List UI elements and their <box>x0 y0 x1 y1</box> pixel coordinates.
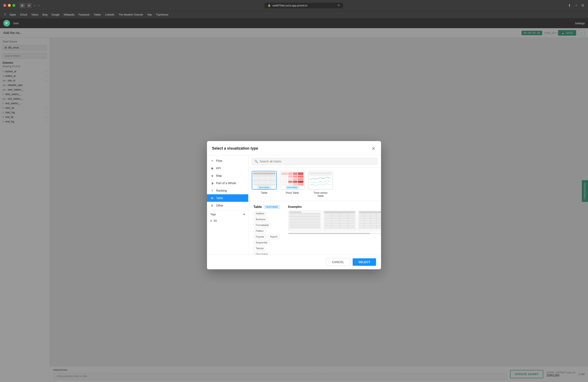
sidebar-item-map[interactable]: ◈ Map <box>207 172 248 179</box>
refresh-icon[interactable]: ↻ <box>338 4 340 7</box>
tag-pattern[interactable]: Pattern <box>253 229 266 233</box>
modal-footer: CANCEL SELECT <box>207 255 381 269</box>
bookmark-tripadvisor[interactable]: TripAdvisor <box>154 12 170 17</box>
svg-rect-24 <box>293 181 297 183</box>
svg-rect-43 <box>289 221 320 222</box>
sidebar-item-other[interactable]: ⊕ Other <box>207 202 248 209</box>
apps-grid-icon[interactable]: ⠿ <box>3 12 7 17</box>
windows-btn[interactable]: ⧉ <box>581 3 585 8</box>
tag-sequential[interactable]: Sequential <box>253 240 270 245</box>
tag-report[interactable]: Report <box>268 234 280 239</box>
details-right: Examples <box>288 205 381 255</box>
pivot-featured-badge: FEATURED <box>286 186 299 189</box>
modal-close-button[interactable]: ✕ <box>371 145 376 152</box>
example-svg-3 <box>358 211 381 231</box>
main-content: Add the na... 00:00:04.46 T(ride_id) ▾ 💾… <box>0 28 588 382</box>
chart-card-table[interactable]: FEATURED Table <box>252 171 277 197</box>
tag-business[interactable]: Business <box>253 217 268 222</box>
share-btn[interactable]: ⬆ <box>567 3 572 8</box>
examples-grid <box>288 211 381 231</box>
svg-rect-19 <box>288 178 293 180</box>
sidebar-label-map: Map <box>216 174 222 177</box>
svg-rect-27 <box>288 183 293 185</box>
svg-rect-14 <box>281 175 288 178</box>
scrollbar-thumb <box>288 233 370 234</box>
svg-rect-65 <box>348 211 348 229</box>
svg-rect-72 <box>359 218 381 219</box>
tag-formattable[interactable]: Formattable <box>253 223 271 228</box>
map-icon: ◈ <box>210 174 214 177</box>
chart-thumb-table[interactable]: FEATURED <box>252 171 277 190</box>
address-bar[interactable]: 🔒 ea4875dd.us2a.app.preset.io ↻ <box>264 3 343 8</box>
settings-btn[interactable]: Settings <box>575 22 585 25</box>
bookmark-icloud[interactable]: iCloud <box>19 12 29 17</box>
bookmark-twitter[interactable]: Twitter <box>92 12 103 17</box>
tag-popular[interactable]: Popular <box>253 234 266 239</box>
svg-rect-67 <box>359 211 381 212</box>
bookmark-google[interactable]: Google <box>50 12 61 17</box>
chart-thumb-timeseries[interactable] <box>308 171 333 190</box>
svg-rect-47 <box>289 227 320 228</box>
close-window-btn[interactable] <box>3 4 6 7</box>
chart-card-pivot[interactable]: FEATURED Pivot Table <box>280 171 305 197</box>
bookmark-facebook[interactable]: Facebook <box>77 12 91 17</box>
details-left: Table FEATURED Additive Business Formatt… <box>253 205 280 255</box>
svg-rect-1 <box>253 175 275 176</box>
svg-rect-3 <box>253 179 275 181</box>
chart-search-input[interactable] <box>260 160 375 163</box>
svg-rect-36 <box>289 211 301 212</box>
featured-tag: FEATURED <box>264 205 280 209</box>
svg-rect-4 <box>253 181 275 183</box>
tag-item-2d[interactable]: # 2D <box>207 217 248 224</box>
sidebar-item-table[interactable]: ⊞ Table <box>207 194 248 202</box>
sidebar-label-kpi: KPI <box>216 167 221 170</box>
sidebar-item-part-of-whole[interactable]: ◑ Part of a Whole <box>207 179 248 187</box>
minimize-window-btn[interactable] <box>8 4 11 7</box>
sidebar-item-ranking[interactable]: ≡ Ranking <box>207 187 248 194</box>
tag-2d-label: 2D <box>213 219 217 222</box>
svg-rect-11 <box>288 172 293 175</box>
cancel-button[interactable]: CANCEL <box>326 258 350 266</box>
search-wrapper: 🔍 <box>252 158 378 165</box>
bookmark-yahoo[interactable]: Yahoo <box>30 12 40 17</box>
tags-header[interactable]: Tags ▾ <box>207 211 248 217</box>
sidebar-item-flow[interactable]: ⇒ Flow <box>207 157 248 165</box>
window-chevron-btn[interactable]: ▾ <box>27 3 31 8</box>
modal-overlay: Select a visualization type ✕ ⇒ Flow ◉ K… <box>0 28 588 382</box>
flow-icon: ⇒ <box>210 159 214 162</box>
tag-additive[interactable]: Additive <box>253 211 267 216</box>
sidebar-item-kpi[interactable]: ◉ KPI <box>207 165 248 172</box>
bookmark-apple[interactable]: Apple <box>8 12 18 17</box>
tag-tabular[interactable]: Tabular <box>253 246 266 251</box>
bookmark-linkedin[interactable]: LinkedIn <box>103 12 116 17</box>
chart-name-timeseries: Time-seriesTable <box>314 191 327 197</box>
bookmark-weather[interactable]: The Weather Channel <box>117 12 145 17</box>
bookmark-yelp[interactable]: Yelp <box>146 12 153 17</box>
back-btn[interactable]: ‹ <box>33 3 36 8</box>
tag-description[interactable]: Description <box>253 252 270 255</box>
modal-search-area: 🔍 <box>249 155 381 168</box>
svg-rect-10 <box>281 172 288 175</box>
example-thumb-3 <box>358 211 381 231</box>
svg-rect-42 <box>289 220 320 221</box>
svg-rect-78 <box>359 225 381 226</box>
svg-rect-79 <box>359 226 381 227</box>
examples-scrollbar[interactable] <box>288 233 381 234</box>
chart-thumb-pivot[interactable]: FEATURED <box>280 171 305 190</box>
chart-card-timeseries[interactable]: Time-seriesTable <box>308 171 333 197</box>
modal-content-area: 🔍 <box>249 155 381 255</box>
maximize-window-btn[interactable] <box>12 4 15 7</box>
modal-body: ⇒ Flow ◉ KPI ◈ Map ◑ Par <box>207 155 381 255</box>
select-button[interactable]: SELECT <box>353 258 376 266</box>
svg-rect-12 <box>293 172 297 175</box>
sidebar-toggle-btn[interactable]: ⊞ <box>20 3 25 8</box>
chart-grid: FEATURED Table <box>252 171 378 197</box>
new-tab-btn[interactable]: ＋ <box>574 2 579 8</box>
bookmark-bing[interactable]: Bing <box>41 12 49 17</box>
forward-btn[interactable]: › <box>38 3 40 8</box>
svg-rect-39 <box>289 216 320 217</box>
bookmark-wikipedia[interactable]: Wikipedia <box>62 12 76 17</box>
details-title-row: Table FEATURED <box>253 205 280 209</box>
sidebar-label-part-of-whole: Part of a Whole <box>216 181 236 185</box>
ranking-icon: ≡ <box>210 189 214 192</box>
